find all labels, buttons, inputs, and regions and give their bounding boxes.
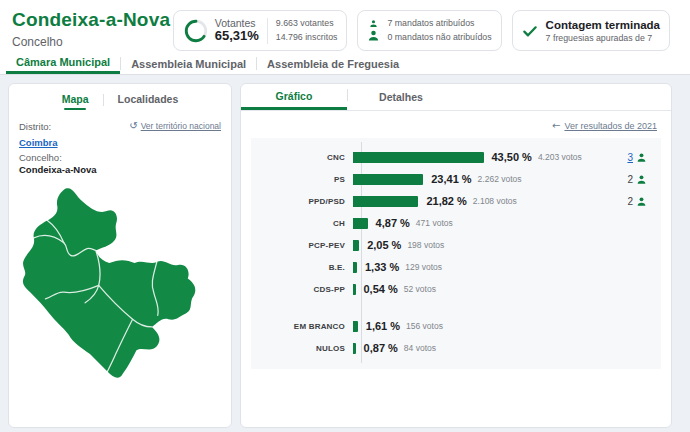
count-status-card: Contagem terminada 7 freguesias apuradas… bbox=[512, 10, 670, 51]
main-tabbar: Câmara Municipal Assembleia Municipal As… bbox=[0, 53, 690, 75]
map-info: Distrito: Coimbra Concelho: Condeixa-a-N… bbox=[9, 115, 231, 175]
party-label: CH bbox=[251, 219, 353, 228]
tab-mapa[interactable]: Mapa bbox=[62, 93, 89, 110]
link-row: ← Ver resultados de 2021 bbox=[241, 111, 671, 134]
percent-value: 23,41 % bbox=[431, 173, 471, 185]
percent-value: 4,87 % bbox=[376, 217, 410, 229]
district-label: Distrito: bbox=[19, 121, 97, 132]
tab-assembleia-municipal[interactable]: Assembleia Municipal bbox=[121, 53, 256, 74]
mandates-unassigned: 0 mandatos não atribuídos bbox=[387, 31, 491, 45]
party-label: CDS-PP bbox=[251, 285, 353, 294]
result-row: CH4,87 %471 votos bbox=[251, 212, 653, 234]
party-label: EM BRANCO bbox=[251, 322, 353, 331]
count-status-subtitle: 7 freguesias apuradas de 7 bbox=[546, 33, 660, 43]
person-icon bbox=[367, 29, 380, 42]
tab-detalhes[interactable]: Detalhes bbox=[348, 84, 454, 110]
national-territory-link[interactable]: ↺ Ver território nacional bbox=[129, 121, 221, 131]
result-bar bbox=[353, 321, 358, 332]
mandates-assigned: 7 mandatos atribuídos bbox=[387, 17, 491, 31]
map-tabs: Mapa Localidades bbox=[9, 84, 231, 115]
votes-value: 4.203 votos bbox=[538, 152, 582, 162]
result-bar bbox=[353, 262, 357, 273]
percent-value: 0,54 % bbox=[364, 283, 398, 295]
percent-value: 21,82 % bbox=[426, 195, 466, 207]
result-bar bbox=[353, 343, 356, 354]
turnout-block: Votantes 65,31% bbox=[215, 17, 259, 44]
mandates-count[interactable]: 2 bbox=[627, 174, 653, 185]
party-label: PCP-PEV bbox=[251, 241, 353, 250]
votes-value: 2.262 votos bbox=[478, 174, 522, 184]
mandates-number: 2 bbox=[627, 174, 633, 185]
card-divider bbox=[267, 18, 268, 44]
person-icon bbox=[636, 152, 647, 163]
voters-counts: 9.663 votantes 14.796 inscritos bbox=[276, 17, 338, 43]
tab-assembleia-de-freguesia[interactable]: Assembleia de Freguesia bbox=[257, 53, 409, 74]
votes-value: 52 votos bbox=[404, 284, 436, 294]
result-row: PPD/PSD21,82 %2.108 votos2 bbox=[251, 190, 653, 212]
result-bar bbox=[353, 218, 368, 229]
votes-value: 198 votos bbox=[407, 240, 444, 250]
votes-value: 2.108 votos bbox=[473, 196, 517, 206]
tab-camara-municipal[interactable]: Câmara Municipal bbox=[6, 53, 120, 74]
person-icon bbox=[636, 174, 647, 185]
result-row: PCP-PEV2,05 %198 votos bbox=[251, 234, 653, 256]
percent-value: 43,50 % bbox=[492, 151, 532, 163]
undo-arrow-icon: ↺ bbox=[129, 121, 137, 131]
party-label: NULOS bbox=[251, 344, 353, 353]
percent-value: 1,33 % bbox=[365, 261, 399, 273]
municipality-map[interactable] bbox=[13, 175, 227, 417]
results-2021-link[interactable]: ← Ver resultados de 2021 bbox=[552, 120, 657, 131]
votes-value: 471 votos bbox=[416, 218, 453, 228]
result-row: CDS-PP0,54 %52 votos bbox=[251, 278, 653, 300]
tab-grafico[interactable]: Gráfico bbox=[241, 84, 347, 110]
page-header: Condeixa-a-Nova Concelho Votantes 65,31%… bbox=[0, 0, 690, 53]
main-content: Mapa Localidades Distrito: Coimbra Conce… bbox=[0, 75, 690, 432]
mandates-number[interactable]: 3 bbox=[627, 152, 633, 163]
count-status-text: Contagem terminada 7 freguesias apuradas… bbox=[546, 19, 660, 43]
person-icon bbox=[636, 196, 647, 207]
council-label: Concelho: bbox=[19, 152, 97, 163]
result-bar bbox=[353, 240, 359, 251]
result-row: EM BRANCO1,61 %156 votos bbox=[251, 315, 653, 337]
title-block: Condeixa-a-Nova Concelho bbox=[12, 9, 170, 49]
summary-cards: Votantes 65,31% 9.663 votantes 14.796 in… bbox=[173, 10, 670, 51]
result-bar bbox=[353, 284, 356, 295]
result-bar bbox=[353, 174, 423, 185]
tab-localidades[interactable]: Localidades bbox=[118, 93, 179, 110]
party-label: CNC bbox=[251, 153, 353, 162]
mandates-card: 7 mandatos atribuídos 0 mandatos não atr… bbox=[357, 10, 501, 51]
district-link[interactable]: Coimbra bbox=[19, 137, 58, 148]
party-label: PPD/PSD bbox=[251, 197, 353, 206]
voters-card: Votantes 65,31% 9.663 votantes 14.796 in… bbox=[173, 10, 348, 51]
result-row: PS23,41 %2.262 votos2 bbox=[251, 168, 653, 190]
result-row: NULOS0,87 %84 votos bbox=[251, 337, 653, 359]
results-panel: Gráfico Detalhes ← Ver resultados de 202… bbox=[240, 83, 672, 428]
map-panel: Mapa Localidades Distrito: Coimbra Conce… bbox=[8, 83, 232, 428]
result-bar bbox=[353, 152, 484, 163]
percent-value: 1,61 % bbox=[366, 320, 400, 332]
percent-value: 0,87 % bbox=[364, 342, 398, 354]
party-label: B.E. bbox=[251, 263, 353, 272]
turnout-donut-icon bbox=[183, 18, 209, 44]
voters-count: 9.663 votantes bbox=[276, 17, 338, 30]
mandates-count[interactable]: 3 bbox=[627, 152, 653, 163]
mandates-count[interactable]: 2 bbox=[627, 196, 653, 207]
votes-value: 156 votos bbox=[406, 321, 443, 331]
votes-value: 84 votos bbox=[404, 343, 436, 353]
result-row: B.E.1,33 %129 votos bbox=[251, 256, 653, 278]
tab-separator bbox=[103, 94, 104, 106]
geo-info: Distrito: Coimbra Concelho: Condeixa-a-N… bbox=[19, 119, 97, 175]
mandates-icons bbox=[367, 19, 380, 42]
page-title: Condeixa-a-Nova bbox=[12, 9, 170, 31]
registered-count: 14.796 inscritos bbox=[276, 31, 338, 44]
count-status-title: Contagem terminada bbox=[546, 19, 660, 31]
mandates-text: 7 mandatos atribuídos 0 mandatos não atr… bbox=[387, 17, 491, 44]
results-bar-chart: CNC43,50 %4.203 votos3PS23,41 %2.262 vot… bbox=[251, 138, 661, 369]
result-row: CNC43,50 %4.203 votos3 bbox=[251, 146, 653, 168]
person-icon bbox=[369, 19, 378, 28]
council-name: Condeixa-a-Nova bbox=[19, 164, 97, 175]
left-arrow-icon: ← bbox=[552, 120, 560, 131]
results-tabs: Gráfico Detalhes bbox=[241, 84, 671, 111]
page-subtitle: Concelho bbox=[12, 35, 170, 49]
app-window: Condeixa-a-Nova Concelho Votantes 65,31%… bbox=[0, 0, 690, 432]
